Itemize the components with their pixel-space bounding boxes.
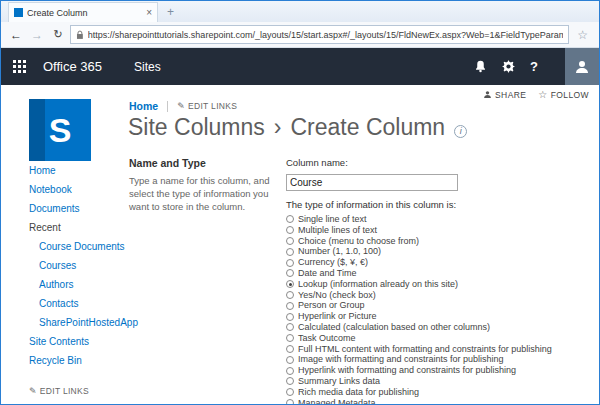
type-option-row[interactable]: Image with formatting and constraints fo…	[286, 354, 586, 365]
radio-icon[interactable]	[286, 345, 294, 353]
radio-icon[interactable]	[286, 226, 294, 234]
address-bar[interactable]: https://sharepointtutorials.sharepoint.c…	[70, 25, 569, 44]
sidebar-item-contacts[interactable]: Contacts	[29, 294, 139, 313]
title-page: Create Column	[290, 114, 445, 141]
new-tab-button[interactable]: +	[158, 2, 183, 22]
browser-window: Create Column × + ← → ↻ https://sharepoi…	[0, 0, 600, 405]
radio-icon[interactable]	[286, 388, 294, 396]
type-option-label: Rich media data for publishing	[298, 387, 419, 398]
type-option-row[interactable]: Currency ($, ¥, €)	[286, 257, 586, 268]
title-section: Site Columns	[128, 114, 265, 141]
form-section-description: Name and Type Type a name for this colum…	[129, 157, 271, 213]
type-option-label: Hyperlink or Picture	[298, 311, 377, 322]
sidebar-item-sharepointhostedapp[interactable]: SharePointHostedApp	[29, 313, 139, 332]
type-option-row[interactable]: Summary Links data	[286, 376, 586, 387]
radio-icon[interactable]	[286, 367, 294, 375]
type-option-row[interactable]: Managed Metadata	[286, 398, 586, 404]
type-option-row[interactable]: Yes/No (check box)	[286, 290, 586, 301]
type-option-row[interactable]: Task Outcome	[286, 333, 586, 344]
type-option-label: Single line of text	[298, 214, 367, 225]
sidebar-item-site-contents[interactable]: Site Contents	[29, 332, 139, 351]
app-launcher-icon[interactable]	[13, 60, 27, 74]
type-option-label: Yes/No (check box)	[298, 290, 376, 301]
type-option-row[interactable]: Hyperlink with formatting and constraint…	[286, 365, 586, 376]
type-option-row[interactable]: Hyperlink or Picture	[286, 311, 586, 322]
radio-icon[interactable]	[286, 237, 294, 245]
refresh-button[interactable]: ↻	[49, 28, 67, 41]
browser-tab[interactable]: Create Column ×	[8, 2, 158, 22]
page-title: Site Columns › Create Column i	[128, 114, 467, 141]
radio-icon[interactable]	[286, 323, 294, 331]
sidebar-item-recycle-bin[interactable]: Recycle Bin	[29, 351, 139, 370]
share-button[interactable]: SHARE	[483, 90, 526, 100]
share-label: SHARE	[495, 90, 526, 100]
tab-title: Create Column	[27, 8, 88, 18]
help-info-icon[interactable]: i	[454, 125, 467, 138]
tab-close-icon[interactable]: ×	[146, 8, 152, 18]
tab-favicon-icon	[14, 8, 23, 17]
account-avatar[interactable]	[565, 48, 599, 85]
type-option-row[interactable]: Calculated (calculation based on other c…	[286, 322, 586, 333]
page-actions: SHARE ☆ FOLLOW	[483, 89, 589, 100]
sidebar-item-documents[interactable]: Documents	[29, 199, 139, 218]
breadcrumb-home-link[interactable]: Home	[129, 100, 158, 112]
type-option-row[interactable]: Number (1, 1.0, 100)	[286, 246, 586, 257]
pencil-icon: ✎	[177, 101, 185, 111]
back-button[interactable]: ←	[7, 28, 25, 42]
column-name-input[interactable]	[286, 174, 458, 191]
sidebar-edit-links-label: EDIT LINKS	[40, 386, 89, 396]
type-question-label: The type of information in this column i…	[286, 199, 586, 210]
follow-star-icon: ☆	[538, 89, 547, 100]
settings-gear-icon[interactable]	[502, 60, 515, 73]
type-option-label: Lookup (information already on this site…	[298, 279, 458, 290]
help-icon[interactable]: ?	[530, 59, 538, 74]
radio-icon[interactable]	[286, 269, 294, 277]
column-name-label: Column name:	[286, 157, 586, 168]
forward-button[interactable]: →	[28, 28, 46, 42]
type-option-row[interactable]: Rich media data for publishing	[286, 387, 586, 398]
radio-icon[interactable]	[286, 377, 294, 385]
sidebar-items: HomeNotebookDocumentsRecentCourse Docume…	[29, 161, 139, 370]
notifications-bell-icon[interactable]	[474, 60, 487, 73]
radio-icon[interactable]	[286, 356, 294, 364]
favorites-star-icon[interactable]: ☆	[572, 28, 593, 42]
suite-bar: Office 365 Sites ?	[1, 48, 599, 85]
type-option-row[interactable]: Single line of text	[286, 214, 586, 225]
type-option-label: Summary Links data	[298, 376, 380, 387]
office-365-brand[interactable]: Office 365	[43, 59, 102, 74]
sites-nav-link[interactable]: Sites	[134, 60, 161, 74]
radio-icon[interactable]	[286, 302, 294, 310]
form-fields: Column name: The type of information in …	[286, 157, 586, 404]
radio-icon[interactable]	[286, 291, 294, 299]
section-title: Name and Type	[129, 157, 271, 169]
edit-links-label: EDIT LINKS	[188, 101, 237, 111]
type-option-row[interactable]: Person or Group	[286, 300, 586, 311]
site-logo[interactable]: S	[29, 99, 91, 161]
sidebar-item-home[interactable]: Home	[29, 161, 139, 180]
radio-icon[interactable]	[286, 334, 294, 342]
type-option-label: Hyperlink with formatting and constraint…	[298, 365, 516, 376]
page-body: SHARE ☆ FOLLOW S Home ✎ EDIT LINKS Site …	[1, 85, 599, 404]
radio-icon[interactable]	[286, 248, 294, 256]
radio-icon[interactable]	[286, 399, 294, 404]
type-option-row[interactable]: Date and Time	[286, 268, 586, 279]
type-options-list: Single line of textMultiple lines of tex…	[286, 214, 586, 404]
type-option-label: Task Outcome	[298, 333, 356, 344]
sidebar-edit-links-button[interactable]: ✎ EDIT LINKS	[29, 386, 139, 396]
type-option-row[interactable]: Full HTML content with formatting and co…	[286, 344, 586, 355]
sidebar-item-authors[interactable]: Authors	[29, 275, 139, 294]
radio-selected-icon[interactable]	[286, 280, 294, 288]
follow-button[interactable]: ☆ FOLLOW	[538, 89, 589, 100]
sidebar-item-notebook[interactable]: Notebook	[29, 180, 139, 199]
type-option-label: Number (1, 1.0, 100)	[298, 246, 381, 257]
type-option-row[interactable]: Choice (menu to choose from)	[286, 236, 586, 247]
type-option-row[interactable]: Multiple lines of text	[286, 225, 586, 236]
radio-icon[interactable]	[286, 259, 294, 267]
radio-icon[interactable]	[286, 313, 294, 321]
sidebar-item-courses[interactable]: Courses	[29, 256, 139, 275]
radio-icon[interactable]	[286, 215, 294, 223]
sidebar-item-course-documents[interactable]: Course Documents	[29, 237, 139, 256]
pencil-icon: ✎	[29, 386, 37, 396]
edit-links-button[interactable]: ✎ EDIT LINKS	[177, 101, 237, 111]
type-option-row[interactable]: Lookup (information already on this site…	[286, 279, 586, 290]
